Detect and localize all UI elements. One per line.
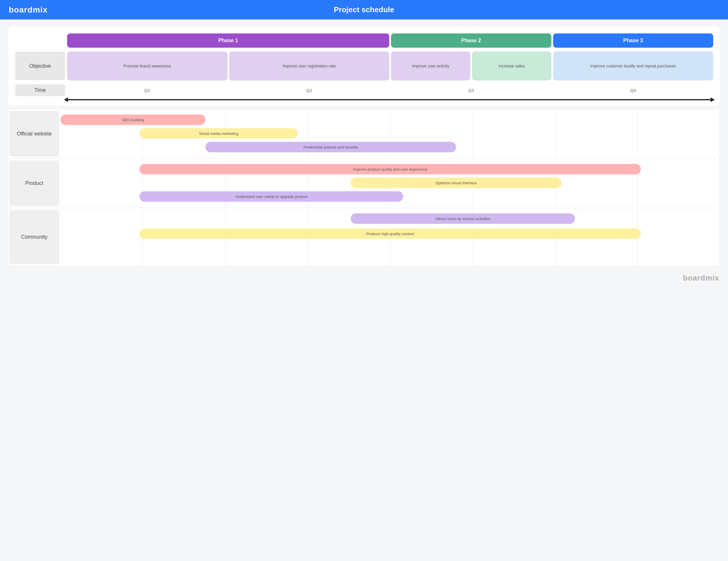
bg-col-7 bbox=[555, 109, 638, 158]
phase-1-block: Phase 1 bbox=[67, 33, 389, 48]
phase-3-block: Phase 3 bbox=[553, 33, 713, 48]
bg-col-6 bbox=[473, 109, 555, 158]
bar-social: Social media marketing bbox=[139, 128, 298, 139]
obj-cell-2: Improve user registration rate bbox=[229, 51, 390, 80]
community-row: Community Attract users by various activ… bbox=[8, 208, 720, 266]
bar-high-quality: Produce high-quality content bbox=[139, 228, 641, 239]
bar-optimize-visual: Optimize visual interface bbox=[351, 177, 562, 188]
bar-attract-users: Attract users by various activities bbox=[351, 213, 575, 224]
product-label: Product bbox=[9, 160, 59, 206]
bar-improve-product: Improve product quality and user experie… bbox=[139, 164, 641, 174]
bar-understand-user: Understand user needs to upgrade product bbox=[139, 191, 403, 202]
community-bars: Attract users by various activities Prod… bbox=[60, 208, 720, 266]
website-row: Official website SEO building Social med… bbox=[8, 109, 720, 158]
page-title: Project schedule bbox=[334, 5, 394, 14]
quarter-q2: Q2 bbox=[228, 85, 390, 95]
community-label: Community bbox=[9, 210, 59, 264]
timeline-arrow bbox=[66, 99, 714, 100]
header: boardmix Project schedule bbox=[0, 0, 728, 19]
quarter-q3: Q3 bbox=[390, 85, 552, 95]
bg-col-8 bbox=[637, 159, 720, 208]
product-row: Product Improve product quality and user… bbox=[8, 158, 720, 208]
quarter-q1: Q1 bbox=[66, 85, 228, 95]
website-bars: SEO building Social media marketing Pref… bbox=[60, 109, 720, 158]
bg-col-8 bbox=[637, 208, 720, 266]
bg-col-1 bbox=[60, 208, 143, 266]
corner-empty bbox=[14, 32, 66, 49]
obj-cell-3: Improve user activity bbox=[391, 51, 470, 80]
quarter-q4: Q4 bbox=[552, 85, 714, 95]
bg-col-1 bbox=[60, 159, 143, 208]
bar-preferential: Preferential policies and benefits bbox=[205, 142, 456, 152]
bar-seo: SEO building bbox=[60, 114, 205, 125]
brand-logo: boardmix bbox=[9, 5, 48, 15]
obj-cell-5: Improve customer loyalty and repeat purc… bbox=[553, 51, 713, 80]
product-bars: Improve product quality and user experie… bbox=[60, 159, 720, 208]
time-label: Time bbox=[15, 84, 65, 96]
website-label: Official website bbox=[9, 111, 59, 157]
obj-cell-4: Increase sales bbox=[472, 51, 551, 80]
obj-cell-1: Promote brand awareness bbox=[67, 51, 227, 80]
phase-2-block: Phase 2 bbox=[391, 33, 551, 48]
bg-col-8 bbox=[637, 109, 720, 158]
footer-brand: boardmix bbox=[0, 269, 728, 287]
objective-label: Objective bbox=[15, 52, 65, 80]
